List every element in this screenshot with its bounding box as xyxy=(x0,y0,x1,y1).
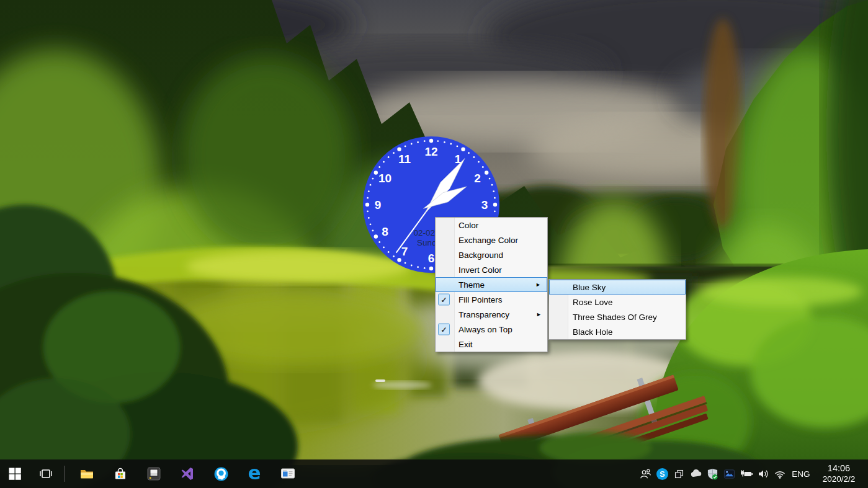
menu-item-exchange-color[interactable]: Exchange Color xyxy=(436,233,547,247)
svg-text:8: 8 xyxy=(382,225,388,238)
file-explorer-icon xyxy=(79,466,94,481)
taskbar-clock[interactable]: 14:06 2020/2/2 xyxy=(815,463,863,484)
submenu-arrow-icon: ► xyxy=(536,311,542,317)
submenu-item-three-shades-of-grey[interactable]: Three Shades Of Grey xyxy=(549,309,686,324)
app-windows-tray-button[interactable] xyxy=(671,459,687,488)
widget-app-icon xyxy=(146,466,161,481)
people-icon xyxy=(640,468,651,480)
theme-submenu: Blue Sky Rose Love Three Shades Of Grey … xyxy=(548,279,686,340)
svg-text:10: 10 xyxy=(378,172,391,185)
visual-studio-button[interactable] xyxy=(171,459,204,488)
visual-studio-icon xyxy=(180,466,195,481)
display-app-icon xyxy=(723,468,735,480)
clock-context-menu: Color Exchange Color Background Invert C… xyxy=(435,217,548,352)
task-view-button[interactable] xyxy=(30,459,62,488)
menu-item-exit[interactable]: Exit xyxy=(436,337,547,352)
taskbar-separator xyxy=(65,466,65,482)
microsoft-edge-button[interactable]: e xyxy=(238,459,271,488)
svg-text:2: 2 xyxy=(474,172,481,185)
taskbar: e S xyxy=(0,459,868,488)
onedrive-tray-button[interactable] xyxy=(688,459,704,488)
people-tray-button[interactable] xyxy=(638,459,653,488)
taskbar-time: 14:06 xyxy=(815,463,863,474)
clock-app-icon xyxy=(280,466,295,481)
menu-item-always-on-top[interactable]: ✓ Always on Top xyxy=(436,322,547,337)
wifi-icon xyxy=(774,468,786,480)
svg-text:12: 12 xyxy=(424,145,437,158)
file-explorer-button[interactable] xyxy=(71,459,103,488)
speaker-icon xyxy=(757,468,769,480)
security-shield-icon xyxy=(707,468,718,480)
clock-app-button[interactable] xyxy=(272,459,304,488)
menu-item-invert-color[interactable]: Invert Color xyxy=(436,262,547,277)
menu-item-theme[interactable]: Theme ► xyxy=(436,277,547,292)
submenu-item-rose-love[interactable]: Rose Love xyxy=(549,295,686,309)
checkmark-icon: ✓ xyxy=(438,294,450,306)
taskbar-date: 2020/2/2 xyxy=(815,474,863,484)
skype-tray-button[interactable]: S xyxy=(655,459,670,488)
overlapping-windows-icon xyxy=(674,469,684,479)
svg-text:6: 6 xyxy=(428,252,435,265)
display-app-tray-button[interactable] xyxy=(722,459,737,488)
volume-tray-button[interactable] xyxy=(755,459,771,488)
svg-text:7: 7 xyxy=(401,245,408,258)
windows-logo-icon xyxy=(8,467,22,481)
submenu-arrow-icon: ► xyxy=(535,282,541,288)
battery-tray-button[interactable] xyxy=(738,459,754,488)
submenu-item-black-hole[interactable]: Black Hole xyxy=(549,324,686,339)
wifi-tray-button[interactable] xyxy=(772,459,787,488)
menu-item-fill-pointers[interactable]: ✓ Fill Pointers xyxy=(436,292,547,307)
onedrive-cloud-icon xyxy=(690,468,702,480)
system-tray: S xyxy=(638,459,868,488)
windows-security-tray-button[interactable] xyxy=(705,459,720,488)
start-button[interactable] xyxy=(0,459,30,488)
menu-item-background[interactable]: Background xyxy=(436,247,547,262)
microsoft-store-icon xyxy=(113,466,128,481)
checkmark-icon: ✓ xyxy=(438,324,450,335)
menu-item-color[interactable]: Color xyxy=(436,218,547,233)
qq-browser-button[interactable] xyxy=(205,459,237,488)
widget-app-button[interactable] xyxy=(138,459,170,488)
microsoft-edge-icon: e xyxy=(248,463,261,482)
menu-item-transparency[interactable]: Transparency ► xyxy=(436,307,547,322)
svg-text:9: 9 xyxy=(375,198,382,211)
task-view-icon xyxy=(39,467,53,481)
qq-browser-icon xyxy=(213,466,229,482)
skype-icon: S xyxy=(656,468,668,480)
submenu-item-blue-sky[interactable]: Blue Sky xyxy=(549,280,686,295)
language-indicator[interactable]: ENG xyxy=(789,469,813,479)
svg-text:11: 11 xyxy=(398,153,411,166)
svg-text:3: 3 xyxy=(481,198,488,211)
microsoft-store-button[interactable] xyxy=(104,459,136,488)
battery-charging-icon xyxy=(740,467,753,481)
